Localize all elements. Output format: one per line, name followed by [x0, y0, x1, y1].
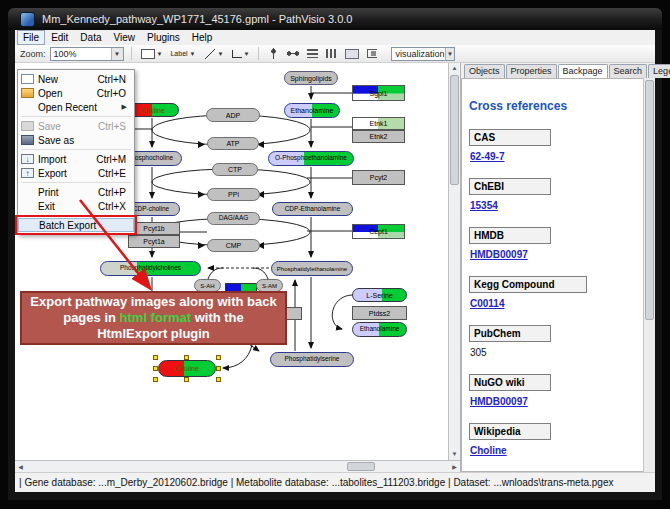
node-dag-aag[interactable]: DAG/AAG: [207, 212, 260, 225]
connector-tool-button[interactable]: ▼: [230, 46, 252, 61]
scroll-up-icon[interactable]: ▲: [449, 63, 460, 74]
selection-handle[interactable]: [184, 377, 189, 382]
node-adp[interactable]: ADP: [206, 108, 260, 122]
line-tool-icon: [204, 49, 216, 59]
menubar-item-plugins[interactable]: Plugins: [141, 30, 186, 45]
xref-header-kegg-compound: Kegg Compound: [469, 276, 587, 293]
chevron-down-icon[interactable]: ▼: [111, 48, 123, 60]
annotation-callout: Export pathway images along with back pa…: [20, 291, 287, 345]
node-ppi[interactable]: PPi: [207, 188, 260, 201]
distribute-rows-button[interactable]: [305, 46, 320, 61]
zoom-label: Zoom:: [20, 49, 46, 59]
node-ptdss2[interactable]: Ptdss2: [352, 306, 407, 320]
datanode-tool-button[interactable]: ▼: [139, 46, 165, 61]
menubar-item-view[interactable]: View: [107, 30, 141, 45]
menubar-item-edit[interactable]: Edit: [45, 30, 74, 45]
node-ethanolamine-right[interactable]: Ethanolamine: [352, 322, 407, 337]
align-center-button[interactable]: [266, 46, 281, 61]
line-tool-button[interactable]: ▼: [202, 46, 226, 61]
menu-item-batch-export[interactable]: Batch Export: [18, 218, 134, 232]
stack-button[interactable]: [343, 46, 361, 61]
tab-objects[interactable]: Objects: [464, 64, 505, 78]
selection-handle[interactable]: [153, 366, 158, 371]
selection-handle[interactable]: [216, 355, 221, 360]
menubar-item-help[interactable]: Help: [186, 30, 219, 45]
xref-link-hmdb[interactable]: HMDB00097: [470, 249, 528, 260]
selection-handle[interactable]: [184, 355, 189, 360]
menu-item-new[interactable]: NewCtrl+N: [18, 72, 134, 86]
menu-item-print[interactable]: PrintCtrl+P: [18, 185, 134, 199]
gene-node-pcyt2[interactable]: Pcyt2: [352, 170, 405, 185]
menu-item-label: Print: [38, 187, 59, 198]
chevron-down-icon[interactable]: ▼: [190, 51, 196, 57]
menubar-item-file[interactable]: File: [17, 30, 45, 45]
panel-scroll-thumb[interactable]: [645, 80, 654, 320]
zoom-value: 100%: [54, 49, 77, 59]
node-phosphatidylcholines[interactable]: Phosphatidylcholines: [100, 261, 201, 276]
zoom-combobox[interactable]: 100% ▼: [50, 47, 124, 61]
xref-link-cas[interactable]: 62-49-7: [470, 151, 504, 162]
menu-item-open[interactable]: OpenCtrl+O: [18, 86, 134, 100]
node-ctp[interactable]: CTP: [212, 163, 258, 176]
visualization-combobox[interactable]: visualization ▼: [391, 47, 455, 61]
connector-tool-icon: [232, 50, 242, 58]
xref-value-row: C00114: [470, 298, 643, 309]
tab-properties[interactable]: Properties: [506, 64, 557, 78]
client-area: FileEditDataViewPluginsHelp Zoom: 100% ▼…: [15, 30, 655, 492]
xref-link-chebi[interactable]: 15354: [470, 200, 498, 211]
selection-handle[interactable]: [153, 377, 158, 382]
xref-link-wikipedia[interactable]: Choline: [470, 445, 507, 456]
distribute-columns-button[interactable]: [324, 46, 339, 61]
selection-handle[interactable]: [216, 377, 221, 382]
tab-legend[interactable]: Legend: [648, 64, 670, 78]
chevron-down-icon[interactable]: ▼: [218, 51, 224, 57]
menu-item-exit[interactable]: ExitCtrl+X: [18, 199, 134, 213]
node-cmp[interactable]: CMP: [207, 239, 260, 252]
chevron-down-icon[interactable]: ▼: [244, 51, 250, 57]
gene-node-pcyt1b[interactable]: Pcyt1b: [128, 222, 180, 235]
chevron-down-icon[interactable]: ▼: [445, 48, 455, 60]
tab-search[interactable]: Search: [609, 64, 648, 78]
selection-handle[interactable]: [216, 366, 221, 371]
vertical-scroll-thumb[interactable]: [450, 75, 459, 185]
panel-scrollbar[interactable]: [643, 78, 655, 472]
app-window: Mm_Kennedy_pathway_WP1771_45176.gpml - P…: [8, 8, 662, 500]
node-l-serine[interactable]: L-Serine: [352, 288, 407, 302]
menubar-item-data[interactable]: Data: [74, 30, 107, 45]
node-phosphatidylethanolamine[interactable]: Phosphatidylethanolamine: [271, 261, 353, 276]
gene-node-etnk2[interactable]: Etnk2: [352, 130, 405, 143]
menu-item-open-recent[interactable]: Open Recent▶: [18, 100, 134, 114]
node-atp[interactable]: ATP: [207, 137, 259, 150]
gene-node-pcyt1a[interactable]: Pcyt1a: [128, 235, 180, 248]
selection-handle[interactable]: [153, 355, 158, 360]
canvas-vertical-scrollbar[interactable]: ▲ ▼: [448, 63, 460, 460]
submenu-arrow-icon: ▶: [122, 103, 131, 111]
title-bar[interactable]: Mm_Kennedy_pathway_WP1771_45176.gpml - P…: [8, 8, 662, 30]
canvas-horizontal-scrollbar[interactable]: ◀ ▶: [15, 460, 460, 472]
label-tool-button[interactable]: Label ▼: [168, 46, 197, 61]
gene-node-sgpl1[interactable]: Sgpl1: [352, 85, 405, 101]
scroll-down-icon[interactable]: ▼: [449, 449, 460, 460]
tab-backpage[interactable]: Backpage: [558, 64, 608, 78]
gene-node-cept1[interactable]: Cept1: [352, 224, 405, 239]
node-choline-bottom[interactable]: Choline: [158, 360, 216, 377]
menu-item-import[interactable]: ↓ImportCtrl+M: [18, 152, 134, 166]
menu-item-export[interactable]: ↑ExportCtrl+E: [18, 166, 134, 180]
align-middle-button[interactable]: [285, 46, 301, 61]
gene-node-etnk1[interactable]: Etnk1: [352, 117, 405, 130]
node-cdp-ethanolamine[interactable]: CDP-Ethanolamine: [272, 202, 353, 216]
xref-header-hmdb: HMDB: [469, 227, 551, 244]
horizontal-scroll-thumb[interactable]: [347, 462, 375, 471]
xref-link-kegg-compound[interactable]: C00114: [470, 298, 504, 309]
node-phosphatidylserine[interactable]: Phosphatidylserine: [270, 352, 354, 367]
node-sphingolipids[interactable]: Sphingolipids: [284, 71, 338, 85]
node-o-phosphoethanolamine[interactable]: O-Phosphoethanolamine: [268, 151, 354, 166]
xref-link-nugo-wiki[interactable]: HMDB00097: [470, 396, 528, 407]
menu-item-save[interactable]: SaveCtrl+S: [18, 119, 134, 133]
align-edge-button[interactable]: [365, 46, 379, 61]
menu-icon-spacer: [21, 201, 34, 211]
chevron-down-icon[interactable]: ▼: [157, 51, 163, 57]
menu-item-save-as[interactable]: Save as: [18, 133, 134, 147]
node-ethanolamine-top[interactable]: Ethanolamine: [284, 103, 340, 118]
callout-line3: HtmlExport plugin: [97, 326, 210, 342]
